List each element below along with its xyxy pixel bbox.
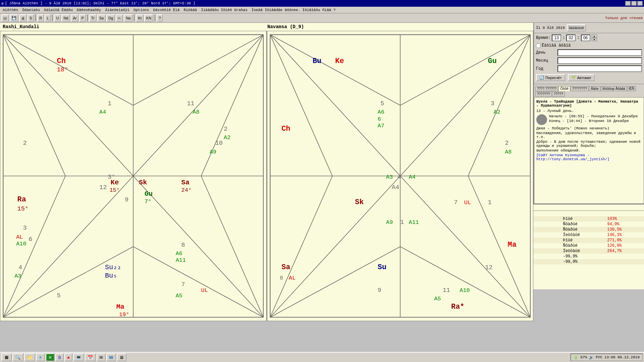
recalc-label: Пересчёт — [545, 76, 562, 80]
lang-label: РУС — [596, 355, 602, 359]
table-cell: 103% — [604, 216, 644, 222]
readonly-label: Только для чтения — [605, 16, 643, 20]
menu-daeeoeaaoey[interactable]: Dāēeoēaaōēy — [75, 7, 103, 13]
day-checkbox[interactable] — [536, 44, 540, 48]
start-time: Начало - [09:55] - Понедельник 9 Декабря — [549, 114, 638, 118]
svg-text:Sk: Sk — [355, 198, 364, 206]
charts-titles: Rashi_Kundali Navamsa (D_9) — [0, 23, 533, 31]
btn-u[interactable]: U — [54, 14, 61, 22]
rpanel-tab2[interactable]: Ōōōē — [558, 86, 570, 91]
time-minutes[interactable] — [566, 35, 576, 41]
table-cell: Ñōàðûé — [560, 222, 604, 227]
taskbar-app8[interactable]: ✉ — [97, 353, 106, 361]
svg-text:Su₂₂: Su₂₂ — [105, 263, 121, 271]
time-hours[interactable] — [552, 35, 561, 41]
rpanel-tab5[interactable]: İōóōōup Āōäää — [601, 86, 627, 91]
btn-print[interactable]: 🖨 — [19, 14, 27, 22]
time-up-btn[interactable]: ▲ — [592, 35, 597, 38]
windows-icon: ⊞ — [5, 355, 8, 360]
btn-save[interactable]: 💾 — [10, 14, 18, 22]
search-button[interactable]: 🔍 — [12, 353, 23, 361]
svg-text:A8: A8 — [193, 109, 199, 115]
taskbar-app1[interactable]: 📁 — [24, 353, 35, 361]
rpanel-tab1[interactable]: ???? ?????? — [535, 86, 558, 91]
rpanel-tab6[interactable]: İĒÑ — [627, 86, 636, 91]
taskbar-app2[interactable]: ✈ — [36, 353, 45, 361]
btn-nd[interactable]: Nd — [61, 14, 70, 22]
taskbar-app4[interactable]: S — [55, 353, 64, 361]
menu-aiaeoeiaoyi[interactable]: Āiáeōeiaōÿi — [103, 7, 131, 13]
svg-text:A9: A9 — [386, 219, 393, 226]
btn-help[interactable]: ? — [157, 14, 163, 22]
svg-text:12: 12 — [99, 184, 107, 191]
right-chart-title-container: Navamsa (D_9) — [267, 24, 531, 29]
taskbar-app6[interactable]: 💻 — [73, 353, 84, 361]
svg-text:Ch: Ch — [57, 57, 66, 65]
lunar-day: 13 - Лунный день. — [536, 109, 642, 113]
btn-sa[interactable]: Sa — [97, 14, 106, 22]
btn-dg[interactable]: Dg — [106, 14, 115, 22]
maximize-button[interactable]: □ — [631, 1, 637, 6]
taskbar-app7[interactable]: 📅 — [85, 353, 96, 361]
table-cell: Þïûé — [560, 216, 604, 222]
recalc-button[interactable]: 🔄 Пересчёт — [536, 74, 565, 81]
btn-ar[interactable]: Ar — [71, 14, 78, 22]
menu-grahas[interactable]: İiäādäōu İōiēō Grahas — [199, 7, 250, 13]
btn-tr[interactable]: Tr — [89, 14, 97, 22]
panel-tab-btn[interactable]: İāōiāïóóē — [567, 24, 586, 32]
svg-text:A3: A3 — [386, 174, 393, 180]
btn-kt[interactable]: Kt — [136, 14, 143, 22]
right-chart: Bu Ke Gu 5 A6 6 A7 Ch 3 A2 2 A8 — [267, 31, 534, 321]
table-cell — [604, 259, 644, 264]
rpanel-tab8[interactable]: ????? — [552, 92, 565, 97]
menu-aiothēn[interactable]: Aiōthēn — [1, 7, 20, 13]
moon-icon — [536, 114, 547, 125]
btn-na[interactable]: Na — [124, 14, 132, 22]
menu-odaeiaou[interactable]: Ōdaeiaōu — [20, 7, 42, 13]
btn-p[interactable]: P — [79, 14, 86, 22]
btn-icon[interactable]: 🗂 — [1, 14, 9, 22]
btn-l[interactable]: L — [45, 14, 51, 22]
dayofweek-label: Ēāōiāā āōāîā — [542, 43, 571, 48]
svg-text:7: 7 — [181, 281, 185, 288]
time-down-btn[interactable]: ▼ — [592, 38, 597, 41]
year-input[interactable] — [557, 65, 642, 72]
btn-kn[interactable]: KN — [144, 14, 153, 22]
minimize-button[interactable]: – — [625, 1, 631, 6]
svg-text:Gu: Gu — [145, 190, 153, 198]
menu-bar: Aiōthēn Ōdaeiaōu Ādiaíūä Ēādōu Dāēeoēaaō… — [0, 7, 644, 13]
site-line: [Сайт Антона Кузнецова - http://tony.don… — [536, 153, 642, 161]
taskbar-app9[interactable]: W — [106, 353, 116, 361]
btn-s[interactable]: S — [28, 14, 34, 22]
svg-text:A11: A11 — [409, 219, 419, 226]
menu-last[interactable]: Ĭoeäā İōiāādäe āōónee. İōiāīāōu ñiāā ? — [250, 7, 338, 13]
table-cell: 264,7% — [604, 248, 644, 254]
day-input[interactable] — [557, 49, 642, 56]
btn-r[interactable]: R — [37, 14, 44, 22]
svg-text:2: 2 — [505, 140, 508, 147]
svg-text:A10: A10 — [460, 287, 470, 294]
rpanel-tab4[interactable]: Āäōe — [589, 86, 600, 91]
menu-options[interactable]: Options — [131, 7, 151, 13]
start-button[interactable]: ⊞ — [1, 353, 12, 361]
rpanel-tab3[interactable]: ???????? — [571, 86, 589, 91]
title-bar-left: ⚙ [ Jñāna Aiōthēn ] - 9 Āïē 2019 [13:02]… — [1, 1, 195, 6]
taskbar-app3[interactable]: ✕ — [46, 353, 55, 361]
time-seconds[interactable] — [581, 35, 590, 41]
taskbar-app5[interactable]: ● — [64, 353, 72, 361]
rpanel-tab7[interactable]: ??????? — [535, 92, 552, 97]
month-input[interactable] — [557, 57, 642, 64]
btn-arrow[interactable]: <- — [116, 14, 123, 22]
menu-nioadae[interactable]: Ñiōäää — [182, 7, 199, 13]
year-label: Год — [536, 66, 556, 71]
left-chart: Ch 18° 1 A4 11 A8 2 10 A9 3° 12 — [0, 31, 267, 321]
taskbar-app10[interactable]: 🖥 — [117, 353, 126, 361]
menu-dasseoie[interactable]: Dāssēōiē Ēiā — [151, 7, 181, 13]
right-panel-content: Шукла - Трайодаши [Дэвата - Манматха, На… — [534, 97, 644, 204]
menu-adialua[interactable]: Ādiaíūä Ēādōu — [42, 7, 75, 13]
auto-button[interactable]: 🌱 Автомат — [568, 74, 595, 81]
right-panel-tabs: ???? ?????? Ōōōē ???????? Āäōe İōóōōup Ā… — [534, 85, 644, 97]
close-button[interactable]: × — [637, 1, 643, 6]
svg-text:Ra*: Ra* — [451, 303, 464, 311]
charts-area: Rashi_Kundali Navamsa (D_9) — [0, 23, 533, 204]
